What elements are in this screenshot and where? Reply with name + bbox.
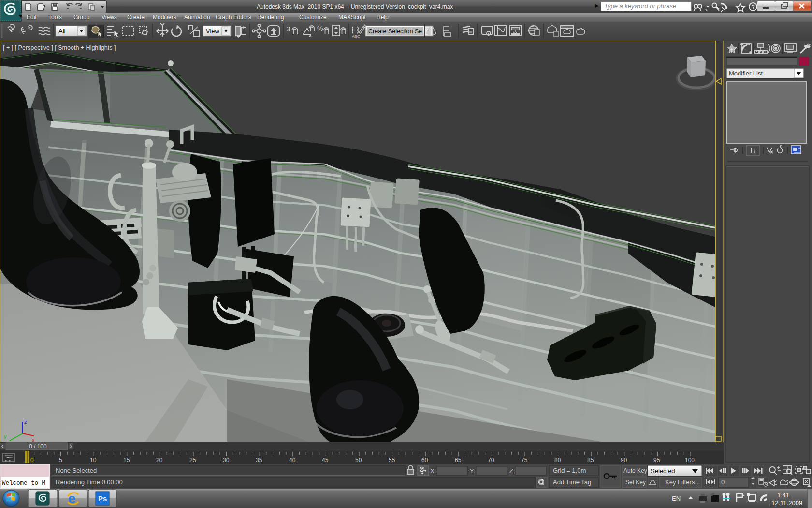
svg-text:z: z	[24, 419, 27, 425]
svg-text:55: 55	[389, 457, 395, 463]
svg-text:Welcome to M: Welcome to M	[2, 480, 45, 487]
svg-text:X:: X:	[430, 467, 436, 475]
svg-text:Modifier List: Modifier List	[729, 70, 763, 77]
svg-text:Grid = 1,0m: Grid = 1,0m	[553, 467, 586, 474]
svg-text:Key Filters...: Key Filters...	[665, 478, 700, 486]
svg-text:y: y	[4, 433, 7, 439]
svg-text:50: 50	[355, 457, 362, 463]
svg-text:View: View	[206, 28, 220, 35]
svg-text:Create Selection Se: Create Selection Se	[368, 28, 422, 35]
svg-text:90: 90	[621, 457, 627, 463]
svg-text:Z:: Z:	[509, 467, 515, 475]
svg-text:15: 15	[123, 457, 130, 463]
svg-text:Ps: Ps	[98, 494, 107, 503]
svg-text:All: All	[58, 28, 66, 35]
svg-text:?: ?	[752, 4, 755, 11]
svg-text:100: 100	[685, 457, 695, 463]
svg-text:Set Key: Set Key	[625, 479, 646, 486]
svg-text:Rendering Time 0:00:00: Rendering Time 0:00:00	[56, 478, 123, 486]
svg-text:3: 3	[286, 25, 290, 33]
svg-text:80: 80	[554, 457, 561, 463]
svg-text:Selected: Selected	[651, 467, 675, 475]
svg-text:Add Time Tag: Add Time Tag	[553, 478, 591, 486]
svg-text:EN: EN	[672, 495, 681, 502]
svg-text:0 / 100: 0 / 100	[29, 443, 47, 450]
svg-text:75: 75	[521, 457, 528, 463]
svg-text:Y:: Y:	[470, 467, 476, 475]
svg-text:x: x	[32, 437, 35, 442]
svg-text:95: 95	[653, 457, 660, 463]
svg-text:35: 35	[256, 457, 262, 463]
svg-text:85: 85	[587, 457, 594, 463]
svg-text:ABC: ABC	[352, 34, 360, 39]
svg-text:0: 0	[30, 457, 34, 463]
svg-text:[ + ] [ Perspective ] [ Smooth: [ + ] [ Perspective ] [ Smooth + Highlig…	[3, 45, 116, 51]
svg-text:1:41: 1:41	[777, 492, 789, 499]
svg-text:70: 70	[488, 457, 494, 463]
svg-text:%: %	[317, 25, 323, 32]
svg-text:45: 45	[322, 457, 329, 463]
svg-text:10: 10	[90, 457, 97, 463]
svg-text:65: 65	[455, 457, 462, 463]
svg-text:30: 30	[223, 457, 230, 463]
svg-text:60: 60	[421, 457, 428, 463]
svg-text:20: 20	[156, 457, 163, 463]
svg-text:None Selected: None Selected	[56, 467, 97, 474]
svg-text:40: 40	[289, 457, 296, 463]
svg-text:25: 25	[189, 457, 196, 463]
svg-text:5: 5	[59, 457, 62, 463]
svg-text:12.11.2009: 12.11.2009	[771, 499, 802, 507]
svg-text:0: 0	[721, 478, 725, 486]
svg-text:Auto Key: Auto Key	[624, 467, 647, 474]
